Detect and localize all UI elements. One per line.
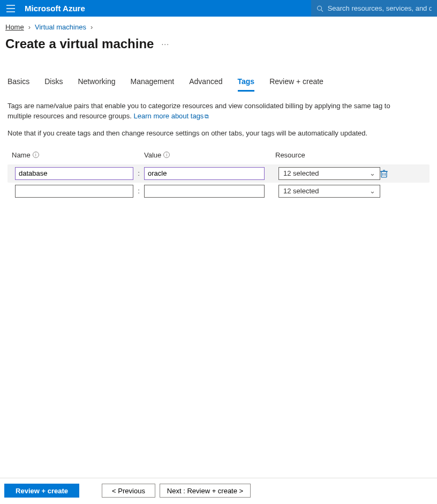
tag-resource-selected: 12 selected xyxy=(283,187,319,195)
tab-basics[interactable]: Basics xyxy=(7,77,29,92)
page-title: Create a virtual machine xyxy=(5,36,154,51)
chevron-down-icon: ⌄ xyxy=(370,187,375,195)
tabs: Basics Disks Networking Management Advan… xyxy=(0,77,437,92)
page-title-row: Create a virtual machine ··· xyxy=(0,34,437,51)
breadcrumb-home[interactable]: Home xyxy=(5,23,24,31)
svg-rect-5 xyxy=(381,171,387,177)
chevron-right-icon: › xyxy=(91,23,93,31)
tab-review-create[interactable]: Review + create xyxy=(269,77,323,92)
tag-resource-selected: 12 selected xyxy=(283,169,319,177)
search-icon xyxy=(317,5,323,12)
svg-point-3 xyxy=(318,6,322,10)
tab-networking[interactable]: Networking xyxy=(78,77,115,92)
svg-line-4 xyxy=(321,10,323,11)
tab-tags[interactable]: Tags xyxy=(238,77,255,92)
previous-button[interactable]: < Previous xyxy=(102,484,155,498)
global-search-input[interactable] xyxy=(328,4,432,12)
breadcrumb: Home › Virtual machines › xyxy=(0,17,437,34)
delete-tag-button[interactable] xyxy=(377,167,391,180)
tab-advanced[interactable]: Advanced xyxy=(189,77,222,92)
tag-row: : 12 selected ⌄ xyxy=(7,183,430,200)
tag-value-input[interactable] xyxy=(144,185,265,198)
trash-icon xyxy=(380,169,388,178)
header-name: Name xyxy=(12,151,31,159)
tag-value-input[interactable] xyxy=(144,167,265,180)
tab-disks[interactable]: Disks xyxy=(44,77,63,92)
header-resource: Resource xyxy=(275,151,305,159)
more-actions-button[interactable]: ··· xyxy=(161,40,169,48)
info-icon[interactable]: i xyxy=(33,152,39,158)
colon-separator: : xyxy=(133,187,144,195)
breadcrumb-virtual-machines[interactable]: Virtual machines xyxy=(35,23,86,31)
colon-separator: : xyxy=(133,169,144,177)
tags-table-header: Name i Value i Resource xyxy=(7,151,430,159)
next-button[interactable]: Next : Review + create > xyxy=(160,484,251,498)
tag-row: : 12 selected ⌄ xyxy=(7,164,430,183)
tab-management[interactable]: Management xyxy=(131,77,175,92)
tags-table: Name i Value i Resource : 12 selected ⌄ xyxy=(7,151,430,200)
hamburger-icon xyxy=(6,5,15,12)
review-create-button[interactable]: Review + create xyxy=(4,484,79,498)
global-search[interactable] xyxy=(311,0,437,17)
learn-more-tags-link[interactable]: Learn more about tags⧉ xyxy=(134,112,209,120)
tag-resource-select[interactable]: 12 selected ⌄ xyxy=(278,167,380,180)
info-icon[interactable]: i xyxy=(163,152,170,158)
tag-resource-select[interactable]: 12 selected ⌄ xyxy=(278,185,380,198)
wizard-footer: Review + create < Previous Next : Review… xyxy=(0,478,437,504)
chevron-down-icon: ⌄ xyxy=(370,169,375,177)
tags-description: Tags are name/value pairs that enable yo… xyxy=(0,92,418,122)
hamburger-menu-button[interactable] xyxy=(0,0,21,17)
chevron-right-icon: › xyxy=(28,23,31,31)
header-value: Value xyxy=(144,151,161,159)
external-link-icon: ⧉ xyxy=(205,113,209,119)
topbar: Microsoft Azure xyxy=(0,0,437,17)
tag-name-input[interactable] xyxy=(15,167,133,180)
brand-label: Microsoft Azure xyxy=(25,4,85,13)
tags-note: Note that if you create tags and then ch… xyxy=(0,122,418,137)
tag-name-input[interactable] xyxy=(15,185,133,198)
